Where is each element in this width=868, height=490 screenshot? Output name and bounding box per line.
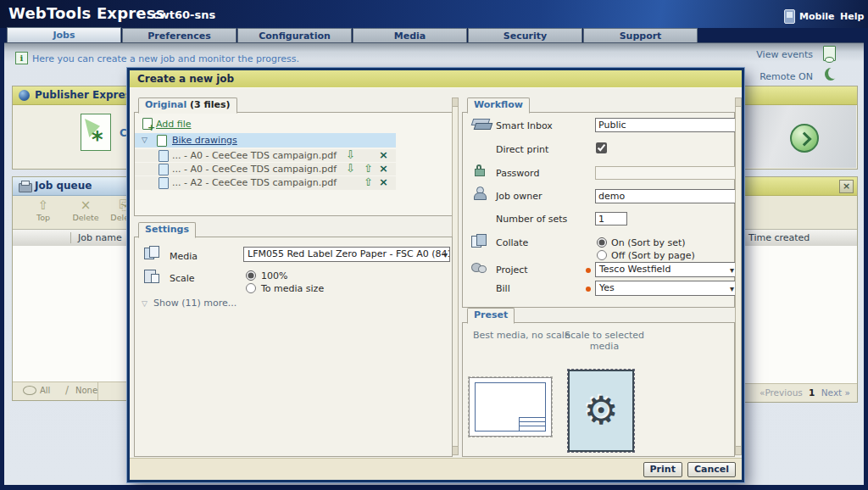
- collate-off-radio[interactable]: [597, 250, 607, 260]
- view-events-link[interactable]: View events: [756, 49, 813, 60]
- application-window: WebTools Express cwt60-sns Mobile Help J…: [0, 0, 868, 490]
- file-row[interactable]: ... - A0 - CeeCee TDS campaign.pdf ⇩ ×: [135, 148, 396, 163]
- password-lock-icon: [475, 164, 485, 175]
- direct-print-checkbox[interactable]: [596, 142, 607, 153]
- chevron-down-icon: ▾: [730, 282, 734, 296]
- top-button[interactable]: ⇧ Top: [25, 198, 62, 222]
- move-down-icon[interactable]: ⇩: [346, 149, 355, 161]
- dialog-footer: Print Cancel: [130, 458, 742, 480]
- show-more-expander-icon[interactable]: ▽: [142, 299, 147, 308]
- tab-settings[interactable]: Settings: [138, 222, 196, 238]
- collate-on-radio[interactable]: [597, 237, 607, 248]
- device-name: cwt60-sns: [153, 8, 215, 21]
- chevron-down-icon: ▾: [730, 264, 734, 277]
- right-pane-scrollbar[interactable]: [735, 97, 742, 455]
- pagination-previous[interactable]: «Previous: [760, 387, 803, 398]
- delete-button[interactable]: × Delete: [65, 198, 106, 222]
- job-owner-label: Job owner: [496, 191, 542, 202]
- remove-file-icon[interactable]: ×: [379, 163, 388, 175]
- tab-support[interactable]: Support: [583, 28, 698, 42]
- remove-file-icon[interactable]: ×: [379, 149, 388, 161]
- number-of-sets-label: Number of sets: [496, 214, 567, 225]
- smart-inbox-label: Smart Inbox: [496, 120, 553, 131]
- scale-label: Scale: [170, 273, 195, 284]
- job-owner-input[interactable]: [595, 189, 737, 203]
- tab-preferences[interactable]: Preferences: [122, 28, 236, 42]
- pagination-next[interactable]: Next »: [821, 387, 850, 398]
- file-row[interactable]: ... - A0 - CeeCee TDS campaign.pdf ⇩ ⇧ ×: [135, 162, 396, 176]
- app-header: WebTools Express cwt60-sns Mobile Help: [0, 0, 868, 28]
- column-time-created: Time created: [748, 232, 810, 243]
- file-icon: [159, 164, 169, 175]
- tab-workflow[interactable]: Workflow: [467, 97, 530, 114]
- project-label: Project: [496, 264, 528, 276]
- folder-icon: [157, 135, 167, 147]
- remote-moon-icon[interactable]: [825, 68, 837, 81]
- preset-best-media-thumbnail[interactable]: [469, 377, 552, 437]
- print-button[interactable]: Print: [643, 462, 682, 477]
- scale-100-label: 100%: [261, 270, 287, 281]
- required-dot-icon: [586, 268, 591, 273]
- smart-inbox-icon: [472, 119, 492, 130]
- select-all-link[interactable]: All: [40, 386, 50, 395]
- folder-row[interactable]: ▽ Bike drawings: [135, 133, 396, 148]
- file-count: (3 files): [190, 99, 230, 110]
- collate-on-label: On (Sort by set): [611, 237, 686, 248]
- cancel-button[interactable]: Cancel: [687, 462, 736, 477]
- collate-icon: [471, 234, 487, 247]
- move-up-icon[interactable]: ⇧: [364, 163, 373, 175]
- file-row[interactable]: ... - A2 - CeeCee TDS campaign.pdf ⇧ ×: [135, 175, 396, 190]
- tab-media[interactable]: Media: [353, 28, 467, 42]
- bill-select[interactable]: Yes ▾: [595, 281, 737, 296]
- chevron-right-icon: [798, 132, 812, 147]
- remote-on-link[interactable]: Remote ON: [760, 71, 813, 82]
- delete-icon: ×: [65, 198, 106, 213]
- file-icon: [159, 177, 169, 189]
- next-step-button[interactable]: [790, 124, 819, 153]
- left-pane-scrollbar[interactable]: [452, 97, 459, 455]
- tab-configuration[interactable]: Configuration: [237, 28, 352, 42]
- create-job-icon: *: [81, 114, 111, 151]
- collapse-expander-icon[interactable]: ▽: [142, 136, 147, 144]
- media-select[interactable]: LFM055 Red Label Zero Paper - FSC A0 (84…: [243, 247, 450, 262]
- password-input: [595, 166, 737, 180]
- collate-label: Collate: [496, 237, 528, 248]
- move-down-icon[interactable]: ⇩: [346, 163, 355, 175]
- move-top-icon: ⇧: [25, 198, 62, 213]
- move-up-icon[interactable]: ⇧: [364, 176, 373, 188]
- workflow-group: [462, 112, 735, 308]
- help-link[interactable]: Help: [840, 11, 864, 22]
- file-name: ... - A0 - CeeCee TDS campaign.pdf: [172, 164, 337, 175]
- mobile-link[interactable]: Mobile: [799, 11, 834, 22]
- panel-close-button[interactable]: ×: [839, 180, 854, 193]
- add-file-link[interactable]: Add file: [156, 119, 192, 130]
- scale-to-media-label: To media size: [261, 283, 324, 294]
- file-icon: [159, 150, 169, 162]
- password-label: Password: [496, 168, 539, 179]
- project-select[interactable]: Tesco Westfield ▾: [595, 262, 737, 277]
- number-of-sets-input[interactable]: [595, 212, 627, 226]
- select-none-link[interactable]: None: [75, 386, 97, 395]
- file-name: ... - A0 - CeeCee TDS campaign.pdf: [172, 150, 337, 161]
- view-events-icon[interactable]: [823, 46, 836, 61]
- required-dot-icon: [586, 287, 591, 292]
- pagination: «Previous 1 Next »: [760, 387, 850, 398]
- mobile-icon: [784, 9, 795, 24]
- tab-preset[interactable]: Preset: [467, 308, 515, 324]
- scale-to-media-radio[interactable]: [246, 283, 256, 293]
- remove-file-icon[interactable]: ×: [379, 176, 388, 188]
- info-message: Here you can create a new job and monito…: [32, 53, 299, 64]
- smart-inbox-input[interactable]: [595, 118, 737, 132]
- folder-name-link[interactable]: Bike drawings: [172, 135, 237, 146]
- pagination-current-page: 1: [809, 387, 815, 398]
- publisher-express-title: Publisher Express: [35, 89, 137, 101]
- preset-scale-to-media-thumbnail[interactable]: ⚙: [568, 370, 634, 452]
- tab-security[interactable]: Security: [468, 28, 582, 42]
- tab-jobs[interactable]: Jobs: [7, 27, 121, 42]
- tab-original[interactable]: Original (3 files): [138, 97, 237, 114]
- scale-100-radio[interactable]: [246, 270, 256, 281]
- dialog-body: Original (3 files) + Add file ▽ Bike dra…: [130, 88, 742, 458]
- app-title: WebTools Express: [8, 4, 165, 22]
- job-owner-person-icon: [474, 187, 486, 199]
- show-more-link[interactable]: Show (11) more...: [153, 298, 236, 309]
